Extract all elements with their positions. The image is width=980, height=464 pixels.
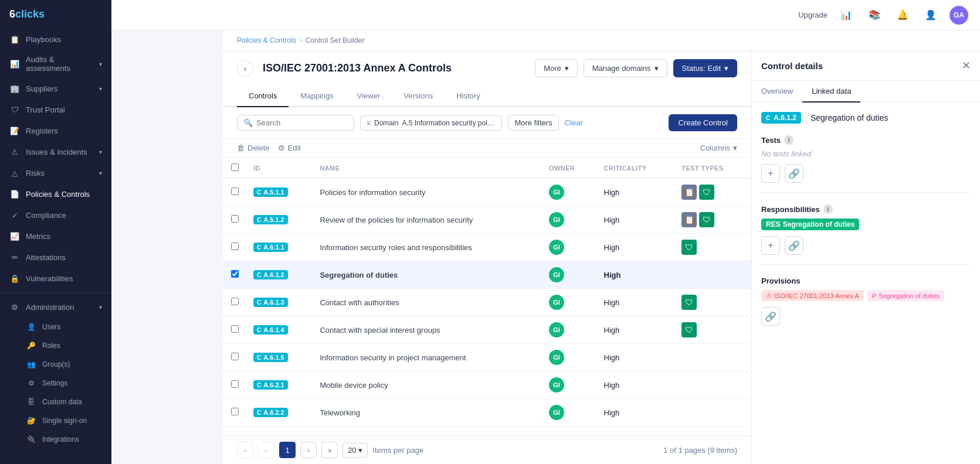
last-page-button[interactable]: » [321, 442, 338, 458]
row-checkbox[interactable] [231, 380, 239, 388]
tests-info-icon[interactable]: i [784, 135, 794, 145]
search-box[interactable]: 🔍 [237, 115, 354, 131]
sidebar-item-trust-portal[interactable]: 🛡 Trust Portal [0, 99, 111, 120]
sidebar-item-compliance[interactable]: ✓ Compliance [0, 204, 111, 226]
sidebar-item-playbooks[interactable]: 📋 Playbooks [0, 29, 111, 50]
control-id-badge: C A.5.1.1 [253, 187, 288, 197]
delete-button[interactable]: 🗑 Delete [237, 144, 270, 152]
manage-domains-button[interactable]: Manage domains ▾ [584, 59, 667, 77]
chevron-down-icon: ▾ [655, 64, 659, 73]
back-button[interactable]: ‹ [237, 60, 253, 77]
tab-versions[interactable]: Versions [392, 86, 445, 107]
table-row[interactable]: C A.5.1.1Policies for information securi… [223, 179, 751, 206]
breadcrumb-policies-link[interactable]: Policies & Controls [237, 36, 296, 45]
edit-button[interactable]: ⚙ Edit [278, 144, 301, 152]
user-topbar-icon[interactable]: 👤 [921, 6, 940, 25]
tab-controls[interactable]: Controls [237, 86, 289, 107]
provisions-action-row: 🔗 [761, 307, 971, 326]
row-checkbox[interactable] [231, 298, 239, 305]
bar-chart-topbar-icon[interactable]: 📊 [837, 6, 856, 25]
test-types-cell: 📋🛡 [674, 179, 751, 206]
prev-page-button[interactable]: ‹ [258, 442, 274, 458]
table-row[interactable]: C A.6.2.2TeleworkingGIHigh [223, 399, 751, 427]
clear-button[interactable]: Clear [565, 118, 583, 127]
table-row[interactable]: C A.6.1.1Information security roles and … [223, 234, 751, 261]
upgrade-button[interactable]: Upgrade [798, 11, 828, 19]
page-1-button[interactable]: 1 [279, 442, 296, 458]
row-checkbox[interactable] [231, 215, 239, 223]
control-name-cell: Contact with authorities [313, 289, 542, 316]
tab-history[interactable]: History [445, 86, 491, 107]
create-control-button[interactable]: Create Control [669, 114, 737, 131]
table-row[interactable]: C A.6.1.2Segregation of dutiesGIHigh [223, 261, 751, 289]
provision-1-badge[interactable]: ⚠ ISO/IEC 27001:2013 Annex A [761, 290, 864, 301]
list-icon: 📝 [9, 125, 20, 136]
shield-test-icon: 🛡 [681, 295, 697, 310]
row-checkbox[interactable] [231, 243, 239, 250]
columns-button[interactable]: Columns ▾ [700, 144, 737, 152]
criticality-cell: High [597, 289, 675, 316]
sidebar-item-sso[interactable]: 🔐 Single sign-on [26, 411, 111, 430]
domain-filter-tag[interactable]: ≡ Domain A.5 Information security polici… [360, 115, 502, 131]
control-name-cell: Policies for information security [313, 179, 542, 206]
chevron-icon: ▾ [99, 149, 102, 155]
avatar[interactable]: GA [950, 6, 968, 25]
panel-tab-linked-data[interactable]: Linked data [802, 81, 860, 103]
sidebar-item-attestations[interactable]: ✏ Attestations [0, 247, 111, 268]
link-provision-button[interactable]: 🔗 [761, 307, 780, 326]
close-icon[interactable]: ✕ [962, 59, 971, 72]
responsibilities-info-icon[interactable]: i [823, 204, 833, 214]
search-input[interactable] [256, 118, 348, 127]
criticality-cell: High [597, 206, 675, 234]
table-row[interactable]: C A.6.1.5Information security in project… [223, 344, 751, 371]
col-test-types: TEST TYPES [674, 158, 751, 179]
add-test-button[interactable]: + [761, 164, 780, 183]
link-test-button[interactable]: 🔗 [785, 164, 803, 183]
sidebar-item-suppliers[interactable]: 🏢 Suppliers ▾ [0, 78, 111, 99]
sidebar-item-risks[interactable]: △ Risks ▾ [0, 162, 111, 183]
select-all-checkbox[interactable] [231, 163, 239, 171]
provision-2-badge[interactable]: P Segregation of duties [867, 290, 944, 301]
bar-chart-icon: 📈 [9, 231, 20, 241]
status-edit-button[interactable]: Status: Edit ▾ [673, 59, 737, 77]
tab-viewer[interactable]: Viewer [345, 86, 392, 107]
row-checkbox[interactable] [231, 325, 239, 333]
sidebar-item-audits[interactable]: 📊 Audits & assessments ▾ [0, 50, 111, 78]
criticality-cell: High [597, 261, 675, 289]
sidebar-item-settings[interactable]: ⚙ Settings [26, 374, 111, 393]
panel-tab-overview[interactable]: Overview [752, 81, 802, 103]
row-checkbox[interactable] [231, 408, 239, 415]
sidebar-item-issues[interactable]: ⚠ Issues & incidents ▾ [0, 141, 111, 162]
table-row[interactable]: C A.5.1.2Review of the policies for info… [223, 206, 751, 234]
sidebar-item-users[interactable]: 👤 Users [26, 318, 111, 336]
next-page-button[interactable]: › [300, 442, 317, 458]
controls-table: ID NAME OWNER CRITICALITY TEST TYPES C A… [223, 158, 751, 427]
per-page-select[interactable]: 20 ▾ [343, 443, 368, 458]
more-filters-button[interactable]: More filters [508, 115, 558, 131]
sidebar-item-metrics[interactable]: 📈 Metrics [0, 226, 111, 247]
row-checkbox[interactable] [231, 353, 239, 360]
more-button[interactable]: More ▾ [535, 59, 578, 77]
table-row[interactable]: C A.6.1.4Contact with special interest g… [223, 316, 751, 344]
sidebar-item-administration[interactable]: ⚙ Administration ▾ [0, 296, 111, 318]
sidebar-item-integrations[interactable]: 🔌 Integrations [26, 430, 111, 449]
row-checkbox[interactable] [231, 187, 239, 195]
first-page-button[interactable]: « [237, 442, 253, 458]
test-types-cell: 🛡 [674, 289, 751, 316]
sidebar-item-vulnerabilities[interactable]: 🔒 Vulnerabilities [0, 268, 111, 289]
table-row[interactable]: C A.6.1.3Contact with authoritiesGIHigh🛡 [223, 289, 751, 316]
sidebar-item-groups[interactable]: 👥 Group(s) [26, 355, 111, 374]
sidebar-item-policies[interactable]: 📄 Policies & Controls [0, 183, 111, 204]
notification-icon[interactable]: 🔔 [893, 6, 912, 25]
sidebar-item-registers[interactable]: 📝 Registers [0, 120, 111, 141]
link-responsibility-button[interactable]: 🔗 [785, 236, 803, 255]
control-id-badge: C A.6.1.2 [761, 112, 801, 124]
tab-mappings[interactable]: Mappings [289, 86, 345, 107]
table-row[interactable]: C A.6.2.1Mobile device policyGIHigh [223, 371, 751, 399]
row-checkbox[interactable] [231, 270, 239, 278]
add-responsibility-button[interactable]: + [761, 236, 780, 255]
sidebar-item-roles[interactable]: 🔑 Roles [26, 336, 111, 355]
book-topbar-icon[interactable]: 📚 [865, 6, 884, 25]
sidebar-item-custom-data[interactable]: 🗄 Custom data [26, 393, 111, 411]
header-buttons: More ▾ Manage domains ▾ Status: Edit ▾ [535, 59, 737, 77]
